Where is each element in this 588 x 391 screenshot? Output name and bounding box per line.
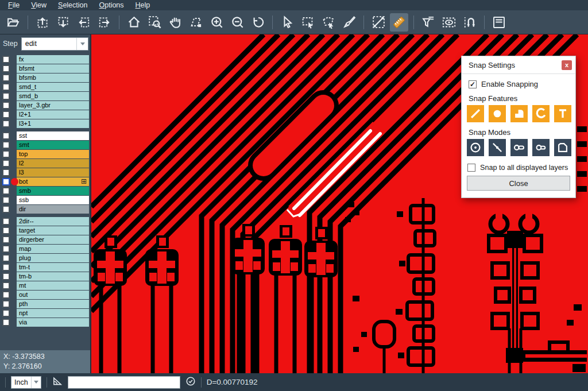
layer-name[interactable]: top [17,150,89,158]
snap-magnet-icon[interactable] [461,13,479,32]
layer-name[interactable]: layer_3.gbr [17,101,89,110]
layer-name[interactable]: smd_t [17,83,89,91]
layer-visibility-checkbox[interactable] [2,245,10,253]
menu-options[interactable]: Options [93,1,129,10]
layer-visibility-checkbox[interactable] [2,187,10,195]
snap-pad-icon[interactable] [489,105,506,122]
layer-name[interactable]: out [17,291,89,299]
layer-name[interactable]: mt [17,281,89,290]
move-view-right-icon[interactable] [95,13,114,32]
close-icon[interactable]: x [562,60,572,70]
move-view-down-icon[interactable] [54,13,72,32]
layer-visibility-checkbox[interactable] [2,300,10,308]
layer-name[interactable]: map [17,245,89,253]
layer-visibility-checkbox[interactable] [2,132,10,140]
layer-name[interactable]: bfsmb [17,73,89,82]
layer-visibility-checkbox[interactable] [2,111,10,118]
layer-visibility-checkbox[interactable] [2,169,10,176]
check-circle-icon[interactable] [185,376,196,389]
layer-visibility-checkbox[interactable] [2,141,10,149]
snap-line-icon[interactable] [467,105,484,122]
zoom-polygon-icon[interactable] [187,13,205,32]
measure-point-to-point-icon[interactable] [369,13,388,32]
snap-center-icon[interactable] [467,139,484,156]
layers-panel-icon[interactable] [490,13,508,32]
layer-visibility-checkbox[interactable] [2,83,10,91]
paint-select-icon[interactable] [340,13,358,32]
dialog-titlebar[interactable]: Snap Settings x [462,56,575,74]
layer-visibility-checkbox[interactable] [2,264,10,271]
layer-name[interactable]: npt [17,309,89,318]
layer-visibility-checkbox[interactable] [2,254,10,262]
layer-visibility-checkbox[interactable] [2,206,10,213]
layer-visibility-checkbox[interactable] [2,218,10,225]
layer-name[interactable]: smd_b [17,92,89,100]
pcb-canvas[interactable]: Snap Settings x ✓ Enable Snapping Snap F… [91,34,588,373]
zoom-in-icon[interactable] [207,13,226,32]
snap-symbol-slot-icon[interactable] [510,139,528,156]
layer-name[interactable]: ssb [17,196,89,204]
layer-visibility-checkbox[interactable] [2,56,10,63]
layer-name[interactable]: via [17,318,89,327]
select-polygon-icon[interactable] [319,13,338,32]
layer-visibility-checkbox[interactable] [2,160,10,167]
layer-visibility-checkbox[interactable] [2,319,10,326]
select-rectangle-icon[interactable] [299,13,317,32]
chevron-down-icon[interactable] [31,377,41,388]
snap-contour-icon[interactable] [554,139,571,156]
step-select[interactable]: edit [21,37,88,51]
layer-name[interactable]: l2 [17,159,89,168]
snap-point-on-line-icon[interactable] [489,139,506,156]
layer-name[interactable]: tm-t [17,263,89,272]
layer-visibility-checkbox[interactable] [2,65,10,72]
layer-visibility-checkbox[interactable] [2,273,10,280]
snap-arc-icon[interactable] [532,105,550,122]
snap-text-icon[interactable] [554,105,571,122]
zoom-window-icon[interactable] [145,13,164,32]
layer-visibility-checkbox[interactable] [2,236,10,243]
move-view-up-icon[interactable] [33,13,52,32]
layer-visibility-checkbox[interactable] [2,74,10,82]
move-view-left-icon[interactable] [75,13,93,32]
layer-visibility-checkbox[interactable] [2,291,10,299]
layer-name[interactable]: smt [17,141,89,149]
menu-help[interactable]: Help [130,1,156,10]
layer-visibility-checkbox[interactable] [2,120,10,127]
unit-select[interactable]: Inch [11,376,41,389]
filter-icon[interactable] [419,13,438,32]
zoom-out-icon[interactable] [228,13,246,32]
close-button[interactable]: Close [467,176,570,191]
layer-visibility-checkbox[interactable] [2,309,10,317]
layer-name[interactable]: 2dir-- [17,217,89,226]
home-view-icon[interactable] [125,13,143,32]
layer-name[interactable]: fx [17,55,89,64]
select-cursor-icon[interactable] [278,13,296,32]
layer-name[interactable]: l2+1 [17,110,89,119]
layer-visibility-checkbox[interactable] [2,102,10,109]
layer-visibility-checkbox[interactable] [2,92,10,100]
menu-file[interactable]: File [2,1,25,10]
layer-name[interactable]: smb [17,187,89,195]
enable-snapping-checkbox[interactable]: ✓ [469,80,477,88]
menu-view[interactable]: View [25,1,52,10]
measure-ruler-icon[interactable] [390,13,408,32]
zoom-previous-icon[interactable] [249,13,267,32]
layer-visibility-checkbox[interactable] [2,178,10,185]
layer-visibility-checkbox[interactable] [2,196,10,204]
layer-visibility-checkbox[interactable] [2,282,10,289]
layer-visibility-checkbox[interactable] [2,227,10,234]
layer-name[interactable]: target [17,226,89,235]
layer-name[interactable]: pth [17,300,89,308]
layer-grid-icon[interactable]: ⊞ [81,179,87,185]
layer-visibility-checkbox[interactable] [2,150,10,158]
layer-name[interactable]: dirgerber [17,235,89,244]
layer-name[interactable]: dir [17,205,89,214]
menu-selection[interactable]: Selection [52,1,93,10]
snap-surface-icon[interactable] [510,105,528,122]
snap-all-layers-checkbox[interactable] [467,164,475,172]
command-input[interactable] [68,376,180,389]
layer-name[interactable]: l3+1 [17,119,89,128]
layer-name[interactable]: bfsmt [17,64,89,73]
open-file-icon[interactable] [4,13,22,32]
layer-name[interactable]: plug [17,254,89,262]
